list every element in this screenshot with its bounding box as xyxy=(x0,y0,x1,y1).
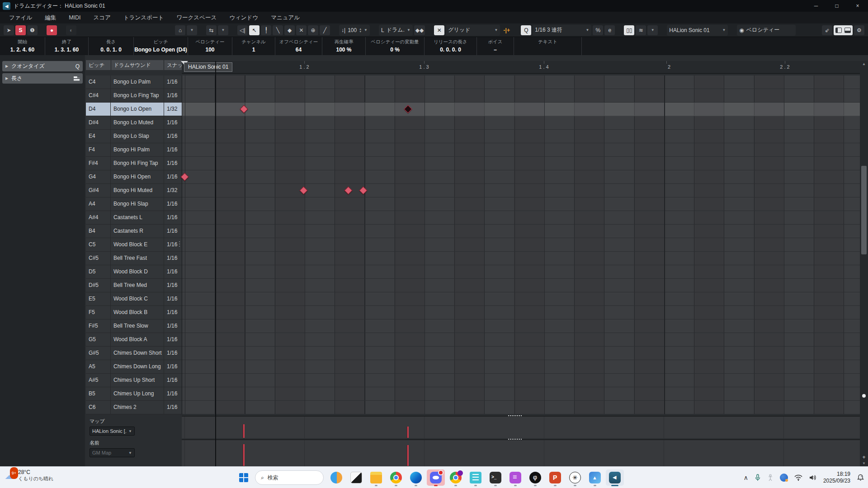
map-select[interactable]: HALion Sonic [. ▼ xyxy=(90,427,135,436)
taskbar-app[interactable] xyxy=(327,469,345,486)
taskbar-app[interactable] xyxy=(606,469,624,486)
drum-row[interactable]: A#4Castanets L1/16 xyxy=(86,211,182,225)
global-tracks-caret[interactable]: ▼ xyxy=(187,25,197,35)
insert-velocity-value[interactable]: 100 xyxy=(348,27,357,33)
info-field[interactable]: オフベロシティー64 xyxy=(275,37,322,55)
info-field[interactable]: 開始1. 2. 4. 60 xyxy=(0,37,45,55)
maximize-button[interactable]: □ xyxy=(826,0,847,12)
midi-input-button[interactable]: ◐ xyxy=(66,25,76,35)
taskbar-app[interactable] xyxy=(407,469,425,486)
drum-row[interactable]: A5Chimes Down Long1/16 xyxy=(86,360,182,374)
drum-note[interactable] xyxy=(299,186,307,194)
drum-row[interactable]: G4Bongo Hi Open1/16 xyxy=(86,170,182,184)
solo-button[interactable]: S xyxy=(15,25,26,35)
autoscroll-caret[interactable]: ▼ xyxy=(218,25,228,35)
velocity-lane[interactable] xyxy=(182,439,860,466)
note-length-caret[interactable]: ▼ xyxy=(407,28,410,32)
show-note-length-button[interactable]: ◆◆ xyxy=(414,25,425,35)
info-field[interactable]: テキスト xyxy=(514,37,582,55)
eraser-tool[interactable]: ◆ xyxy=(284,25,295,35)
event-colors-button[interactable]: ≋ xyxy=(636,25,646,35)
drum-row[interactable]: B4Castanets R1/16 xyxy=(86,225,182,238)
info-field[interactable]: ベロシティーの変動量0 % xyxy=(366,37,425,55)
speaker-icon[interactable]: ◁| xyxy=(237,25,248,35)
clock[interactable]: 18:19 2025/09/23 xyxy=(823,471,850,484)
taskbar-app[interactable] xyxy=(506,469,524,486)
drum-row[interactable]: F#4Bongo Hi Fing Tap1/16 xyxy=(86,157,182,170)
info-field[interactable]: ベロシティー100 xyxy=(188,37,232,55)
velocity-bar[interactable] xyxy=(243,444,245,466)
info-field[interactable]: 終了1. 3. 1. 60 xyxy=(45,37,89,55)
minimize-button[interactable]: ─ xyxy=(806,0,826,12)
inspector-section-quantize[interactable]: ▶ クオンタイズ Q xyxy=(2,61,83,71)
drum-row[interactable]: A#5Chimes Up Short1/16 xyxy=(86,374,182,387)
velocity-lane[interactable] xyxy=(182,416,860,438)
drum-row[interactable]: F5Wood Block B1/16 xyxy=(86,306,182,319)
hidden-icons-chevron[interactable]: ∧ xyxy=(744,474,748,481)
drum-row[interactable]: D#4Bongo Lo Muted1/16 xyxy=(86,116,182,130)
drum-row[interactable]: G5Wood Block A1/16 xyxy=(86,333,182,347)
menu-item[interactable]: ワークスペース xyxy=(170,12,223,23)
draw-line-tool[interactable]: ╱ xyxy=(320,25,330,35)
taskbar-app[interactable] xyxy=(367,469,385,486)
pin-button[interactable]: ➤ xyxy=(4,25,14,35)
part-selector-caret[interactable]: ▼ xyxy=(722,28,726,32)
velocity-bar[interactable] xyxy=(407,427,409,438)
event-colors-caret[interactable]: ▼ xyxy=(647,25,658,35)
note-length-value[interactable]: ドラム. xyxy=(387,26,405,34)
drum-row[interactable]: E4Bongo Lo Slap1/16 xyxy=(86,130,182,143)
part-selector-value[interactable]: HALion Sonic 01 xyxy=(669,27,709,33)
drum-row[interactable]: C#5Bell Tree Fast1/16 xyxy=(86,252,182,265)
grid-selector[interactable]: グリッド ▼ xyxy=(446,25,500,36)
info-field[interactable]: ボイス– xyxy=(477,37,514,55)
drum-row[interactable]: C4Bongo Lo Palm1/16 xyxy=(86,75,182,89)
drum-row[interactable]: B5Chimes Up Long1/16 xyxy=(86,387,182,401)
iterative-quantize-button[interactable]: % xyxy=(593,25,603,35)
controller-selector-value[interactable]: ベロシティー xyxy=(746,26,779,34)
drum-note[interactable] xyxy=(359,186,367,194)
part-edit-mode-button[interactable]: ▯▯ xyxy=(624,25,634,35)
mute-tool[interactable]: ✕ xyxy=(296,25,307,35)
zoom-handle-dot[interactable] xyxy=(862,394,866,398)
open-in-lower-zone-button[interactable]: ⇙ xyxy=(822,25,832,35)
search-input[interactable]: ⌕ 検索 xyxy=(255,470,324,485)
taskbar-app[interactable] xyxy=(486,469,505,486)
name-select[interactable]: GM Map ▼ xyxy=(90,448,135,457)
weather-widget[interactable]: ☁9+ 28°C くもりのち晴れ xyxy=(5,469,54,482)
notification-bell-icon[interactable]: z xyxy=(857,473,864,482)
menu-item[interactable]: ウィンドウ xyxy=(223,12,264,23)
autoscroll-button[interactable]: ⇆ xyxy=(206,25,217,35)
velocity-bar[interactable] xyxy=(407,445,409,466)
wifi-icon[interactable] xyxy=(794,474,802,481)
lane-resize-handle[interactable] xyxy=(508,415,522,416)
controller-lane-area[interactable] xyxy=(182,416,860,466)
taskbar-app[interactable] xyxy=(387,469,405,486)
left-zone-button[interactable] xyxy=(835,28,842,33)
taskbar-app[interactable] xyxy=(566,469,584,486)
acoustic-feedback-button[interactable]: ❶ xyxy=(27,25,38,35)
note-grid[interactable] xyxy=(182,75,860,414)
taskbar-app[interactable] xyxy=(347,469,365,486)
note-length-field[interactable]: L ドラム. ▼ xyxy=(379,25,413,36)
menu-item[interactable]: 編集 xyxy=(38,12,62,23)
drum-row[interactable]: A4Bongo Hi Slap1/16 xyxy=(86,197,182,211)
accessibility-person-icon[interactable] xyxy=(767,474,774,481)
global-tracks-button[interactable]: ⌂ xyxy=(175,25,185,35)
menu-item[interactable]: トランスポート xyxy=(117,12,170,23)
column-header[interactable]: ピッチ xyxy=(86,60,111,70)
record-in-editor-button[interactable]: ● xyxy=(47,25,57,35)
taskbar-app[interactable] xyxy=(447,469,465,486)
insert-velocity-field[interactable]: ↓| 100 ▲▼ ▼ xyxy=(339,25,370,36)
quantize-preset-field[interactable]: 1/16 3 連符 ▼ xyxy=(533,25,591,36)
menu-item[interactable]: スコア xyxy=(87,12,117,23)
drum-row[interactable]: G#5Chimes Down Short1/16 xyxy=(86,347,182,360)
taskbar-app[interactable] xyxy=(427,469,445,486)
taskbar-app[interactable] xyxy=(467,469,485,486)
info-field[interactable]: チャンネル1 xyxy=(232,37,275,55)
scroll-down-icon[interactable]: ▼ xyxy=(860,461,868,465)
snap-button[interactable]: -|+ xyxy=(501,25,512,35)
map-select-caret[interactable]: ▼ xyxy=(128,429,132,433)
drum-note[interactable] xyxy=(344,186,352,194)
object-selection-tool[interactable]: ↖ xyxy=(249,25,259,35)
grid-selector-caret[interactable]: ▼ xyxy=(494,28,498,32)
